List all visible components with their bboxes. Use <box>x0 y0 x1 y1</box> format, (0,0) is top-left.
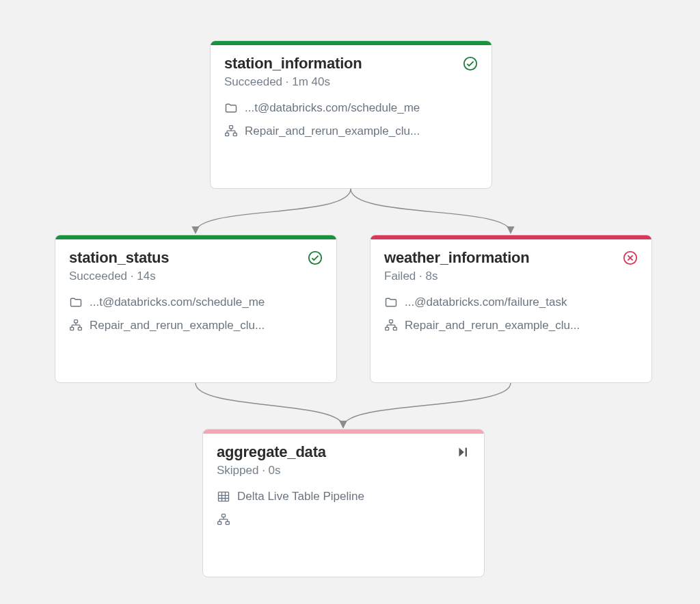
svg-rect-11 <box>393 328 396 330</box>
task-pipeline: Delta Live Table Pipeline <box>237 490 364 503</box>
task-path: ...@databricks.com/failure_task <box>405 296 567 309</box>
folder-icon <box>224 101 238 115</box>
task-node-station-status[interactable]: station_status Succeeded · 14s ...t@data… <box>55 235 337 383</box>
table-icon <box>217 490 230 503</box>
svg-rect-15 <box>218 522 221 525</box>
task-cluster: Repair_and_rerun_example_clu... <box>90 319 265 332</box>
svg-rect-1 <box>230 126 233 129</box>
task-cluster-row <box>217 513 470 527</box>
task-title: station_information <box>224 55 362 73</box>
task-path-row: ...@databricks.com/failure_task <box>384 296 638 309</box>
task-title: aggregate_data <box>217 443 326 461</box>
task-node-weather-information[interactable]: weather_information Failed · 8s ...@data… <box>370 235 652 383</box>
task-title: station_status <box>69 249 169 267</box>
svg-rect-6 <box>70 328 74 330</box>
task-cluster-row: Repair_and_rerun_example_clu... <box>384 319 638 332</box>
task-title: weather_information <box>384 249 530 267</box>
svg-point-0 <box>464 57 476 70</box>
svg-rect-9 <box>390 320 393 323</box>
cluster-icon <box>217 513 230 527</box>
svg-rect-13 <box>219 493 229 501</box>
task-node-aggregate-data[interactable]: aggregate_data Skipped · 0s Delta Live T <box>202 429 485 577</box>
check-circle-icon <box>463 56 478 71</box>
svg-point-4 <box>309 252 321 264</box>
svg-rect-14 <box>222 514 226 517</box>
svg-rect-7 <box>78 328 81 330</box>
svg-rect-10 <box>386 328 389 330</box>
folder-icon <box>69 296 83 309</box>
task-path-row: ...t@databricks.com/schedule_me <box>224 101 478 115</box>
cluster-icon <box>69 319 83 332</box>
task-status: Skipped · 0s <box>217 464 470 477</box>
dag-canvas: station_information Succeeded · 1m 40s .… <box>0 0 700 604</box>
svg-rect-3 <box>233 133 237 136</box>
task-status: Succeeded · 1m 40s <box>224 75 478 89</box>
task-cluster: Repair_and_rerun_example_clu... <box>405 319 580 332</box>
check-circle-icon <box>308 250 323 265</box>
task-cluster: Repair_and_rerun_example_clu... <box>245 124 420 138</box>
x-circle-icon <box>623 250 638 265</box>
svg-rect-16 <box>226 522 229 525</box>
task-cluster-row: Repair_and_rerun_example_clu... <box>69 319 323 332</box>
svg-rect-12 <box>466 448 467 457</box>
task-cluster-row: Repair_and_rerun_example_clu... <box>224 124 478 138</box>
skip-icon <box>455 445 470 460</box>
svg-rect-2 <box>226 133 229 136</box>
task-node-station-information[interactable]: station_information Succeeded · 1m 40s .… <box>210 40 492 189</box>
task-path-row: ...t@databricks.com/schedule_me <box>69 296 323 309</box>
task-path: ...t@databricks.com/schedule_me <box>245 101 420 115</box>
task-status: Failed · 8s <box>384 270 638 283</box>
task-path: ...t@databricks.com/schedule_me <box>90 296 265 309</box>
task-status: Succeeded · 14s <box>69 270 323 283</box>
task-pipeline-row: Delta Live Table Pipeline <box>217 490 470 503</box>
cluster-icon <box>224 124 238 138</box>
cluster-icon <box>384 319 398 332</box>
folder-icon <box>384 296 398 309</box>
svg-rect-5 <box>75 320 78 323</box>
